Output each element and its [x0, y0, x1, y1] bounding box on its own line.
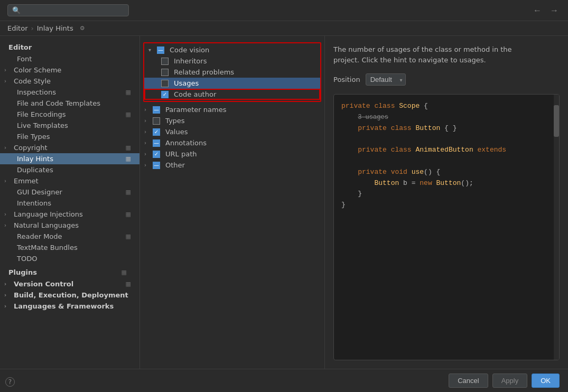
sidebar-item-font[interactable]: Font	[0, 53, 139, 64]
related-problems-checkbox[interactable]	[161, 69, 169, 76]
code-author-checkbox[interactable]: ✓	[161, 91, 169, 98]
code-vision-checkbox[interactable]: —	[157, 46, 164, 54]
sidebar-item-file-types[interactable]: File Types	[0, 131, 139, 142]
sidebar-item-label: Reader Mode	[17, 232, 62, 240]
sidebar-item-inlay-hints[interactable]: Inlay Hints ▦	[0, 153, 139, 164]
code-vision-group: ▾ — Code vision Inheritors Related probl…	[143, 42, 321, 102]
sidebar-item-label: TODO	[17, 255, 37, 263]
chevron-right-icon: ›	[144, 129, 151, 135]
breadcrumb-parent[interactable]: Editor	[7, 24, 27, 32]
sidebar-item-label: Font	[17, 55, 32, 63]
tree-item-related-problems[interactable]: Related problems	[144, 67, 320, 78]
tree-item-code-vision[interactable]: ▾ — Code vision	[144, 44, 320, 55]
sidebar-item-label: TextMate Bundles	[17, 244, 78, 251]
usages-checkbox[interactable]	[161, 80, 169, 87]
sidebar-item-color-scheme[interactable]: › Color Scheme	[0, 64, 139, 76]
help-button[interactable]: ?	[5, 377, 15, 387]
search-icon: 🔍	[12, 6, 21, 14]
sidebar-item-version-control[interactable]: › Version Control ▦	[0, 278, 139, 290]
code-line-7: }	[341, 200, 552, 211]
annotations-checkbox[interactable]: —	[153, 139, 160, 147]
sidebar-item-build-execution[interactable]: › Build, Execution, Deployment	[0, 290, 139, 301]
chevron-right-icon: ›	[4, 303, 11, 309]
settings-icon: ▦	[126, 111, 131, 118]
settings-icon: ▦	[126, 211, 131, 218]
sidebar-item-label: Live Templates	[17, 122, 68, 129]
tree-item-label: Values	[165, 128, 188, 136]
sidebar-item-languages-frameworks[interactable]: › Languages & Frameworks	[0, 301, 139, 312]
tree-item-label: Code vision	[170, 46, 209, 54]
tree-item-annotations[interactable]: › — Annotations	[140, 137, 324, 148]
chevron-down-icon: ▾	[148, 47, 155, 53]
tree-item-types[interactable]: › Types	[140, 115, 324, 126]
sidebar-item-gui-designer[interactable]: GUI Designer ▦	[0, 186, 139, 198]
sidebar-item-natural-languages[interactable]: › Natural Languages	[0, 220, 139, 231]
sidebar-item-inspections[interactable]: Inspections ▦	[0, 87, 139, 98]
other-checkbox[interactable]: —	[153, 162, 160, 169]
settings-icon: ▦	[126, 233, 131, 240]
center-panel: ▾ — Code vision Inheritors Related probl…	[140, 36, 325, 369]
forward-button[interactable]: →	[548, 5, 561, 16]
cancel-button[interactable]: Cancel	[449, 374, 488, 388]
chevron-right-icon: ›	[4, 281, 11, 287]
ok-button[interactable]: OK	[532, 374, 560, 388]
chevron-right-icon: ›	[4, 292, 11, 298]
tree-item-label: Parameter names	[165, 106, 226, 114]
tree-item-inheritors[interactable]: Inheritors	[144, 55, 320, 67]
preview-scrollbar	[554, 95, 559, 360]
breadcrumb-separator: ›	[31, 24, 33, 32]
sidebar-item-intentions[interactable]: Intentions	[0, 198, 139, 209]
sidebar: Editor Font › Color Scheme › Code Style …	[0, 36, 140, 369]
sidebar-item-textmate-bundles[interactable]: TextMate Bundles	[0, 242, 139, 253]
sidebar-item-file-encodings[interactable]: File Encodings ▦	[0, 109, 139, 120]
sidebar-item-todo[interactable]: TODO	[0, 253, 139, 264]
tree-item-label: Types	[165, 117, 185, 125]
sidebar-item-label: Inspections	[17, 88, 56, 96]
sidebar-item-emmet[interactable]: › Emmet	[0, 175, 139, 186]
code-line-blank1	[341, 134, 552, 145]
main-layout: Editor Font › Color Scheme › Code Style …	[0, 36, 568, 369]
sidebar-item-copyright[interactable]: › Copyright ▦	[0, 142, 139, 153]
sidebar-item-file-code-templates[interactable]: File and Code Templates	[0, 98, 139, 109]
sidebar-item-label: Natural Languages	[14, 221, 79, 229]
right-panel: The number of usages of the class or met…	[325, 36, 568, 369]
sidebar-item-label: GUI Designer	[17, 188, 62, 196]
code-line-5: Button b = new Button();	[341, 178, 552, 189]
position-select[interactable]: Default Above Inline	[366, 73, 406, 86]
code-line-3: private class AnimatedButton extends	[341, 145, 552, 156]
chevron-right-icon: ›	[144, 140, 151, 146]
position-label: Position	[333, 76, 360, 83]
values-checkbox[interactable]: ✓	[153, 128, 160, 136]
code-line-4: private void use() {	[341, 167, 552, 178]
sidebar-group-plugins: Plugins ▦	[0, 266, 139, 278]
position-row: Position Default Above Inline ▾	[333, 73, 560, 86]
tree-item-other[interactable]: › — Other	[140, 160, 324, 171]
sidebar-item-label: File Encodings	[17, 110, 66, 118]
search-box[interactable]: 🔍	[7, 4, 129, 16]
sidebar-item-code-style[interactable]: › Code Style	[0, 76, 139, 87]
sidebar-item-duplicates[interactable]: Duplicates	[0, 164, 139, 175]
tree-item-parameter-names[interactable]: › — Parameter names	[140, 104, 324, 115]
tree-item-usages[interactable]: Usages	[144, 78, 320, 89]
tree-item-values[interactable]: › ✓ Values	[140, 126, 324, 137]
sidebar-item-language-injections[interactable]: › Language Injections ▦	[0, 209, 139, 220]
settings-icon: ⚙	[80, 25, 85, 32]
url-path-checkbox[interactable]: ✓	[153, 151, 160, 158]
inheritors-checkbox[interactable]	[161, 58, 169, 65]
sidebar-item-label: Emmet	[14, 177, 39, 185]
types-checkbox[interactable]	[153, 117, 160, 125]
sidebar-item-label: Version Control	[14, 280, 73, 288]
apply-button[interactable]: Apply	[492, 374, 528, 388]
sidebar-item-label: Intentions	[17, 199, 51, 207]
chevron-right-icon: ›	[4, 211, 11, 217]
tree-item-code-author[interactable]: ✓ Code author	[144, 89, 320, 100]
back-button[interactable]: ←	[531, 5, 544, 16]
position-dropdown-wrapper[interactable]: Default Above Inline ▾	[366, 73, 406, 86]
sidebar-item-reader-mode[interactable]: Reader Mode ▦	[0, 231, 139, 242]
tree-item-label: Other	[165, 161, 185, 169]
sidebar-item-live-templates[interactable]: Live Templates	[0, 120, 139, 131]
settings-icon: ▦	[126, 89, 131, 96]
code-preview: private class Scope { 3 usages private c…	[333, 94, 560, 360]
tree-item-url-path[interactable]: › ✓ URL path	[140, 148, 324, 160]
parameter-names-checkbox[interactable]: —	[153, 106, 160, 114]
